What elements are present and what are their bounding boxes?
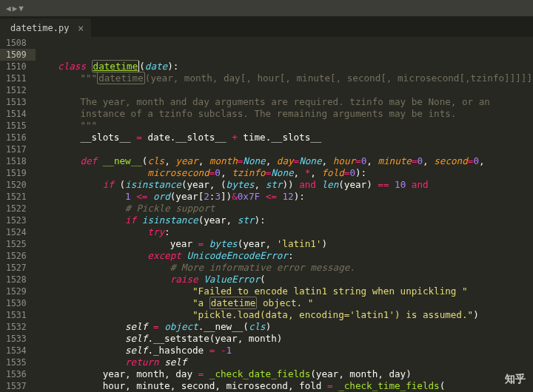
- line-number: 1516: [6, 132, 27, 143]
- line-number: 1532: [6, 321, 27, 333]
- nav-back-icon[interactable]: ◀: [6, 4, 11, 13]
- line-number: 1528: [6, 274, 27, 285]
- line-number: 1515: [6, 120, 27, 132]
- line-number: 1511: [6, 72, 27, 84]
- line-number: 1522: [6, 203, 27, 214]
- nav-dropdown-icon[interactable]: ▼: [19, 4, 24, 13]
- line-number: 1508: [6, 37, 27, 49]
- line-number: 1525: [6, 238, 27, 250]
- tab-label: datetime.py: [10, 23, 69, 33]
- line-number: 1535: [6, 356, 27, 368]
- editor: 1508150915101511151215131514151515161517…: [0, 37, 533, 392]
- line-number: 1513: [6, 96, 27, 108]
- line-number: 1514: [6, 108, 27, 120]
- line-number: 1533: [6, 333, 27, 345]
- line-number: 1536: [6, 368, 27, 380]
- line-number: 1521: [6, 191, 27, 203]
- line-number: 1523: [6, 214, 27, 226]
- line-number: 1531: [6, 309, 27, 321]
- close-icon[interactable]: ×: [78, 22, 84, 34]
- line-number: 1509: [0, 49, 36, 61]
- line-number: 1530: [6, 297, 27, 309]
- line-number-gutter: 1508150915101511151215131514151515161517…: [0, 37, 36, 392]
- line-number: 1519: [6, 167, 27, 179]
- line-number: 1527: [6, 262, 27, 274]
- line-number: 1534: [6, 345, 27, 356]
- line-number: 1518: [6, 155, 27, 167]
- line-number: 1537: [6, 380, 27, 392]
- line-number: 1510: [6, 61, 27, 72]
- watermark: 知乎: [505, 373, 526, 386]
- line-number: 1512: [6, 84, 27, 96]
- tabs-bar: datetime.py ×: [0, 16, 533, 37]
- nav-forward-icon[interactable]: ▶: [13, 4, 18, 13]
- tab-datetime-py[interactable]: datetime.py ×: [0, 18, 91, 37]
- line-number: 1526: [6, 250, 27, 262]
- line-number: 1517: [6, 143, 27, 155]
- nav-arrows: ◀ ▶ ▼: [0, 4, 30, 13]
- code-area[interactable]: class datetime(date): """datetime(year, …: [36, 37, 533, 392]
- line-number: 1520: [6, 179, 27, 191]
- titlebar: ◀ ▶ ▼: [0, 0, 533, 16]
- line-number: 1524: [6, 226, 27, 238]
- line-number: 1529: [6, 285, 27, 297]
